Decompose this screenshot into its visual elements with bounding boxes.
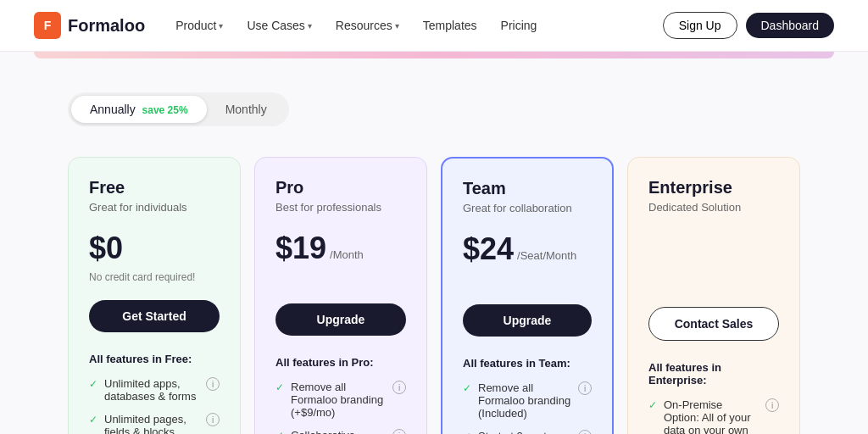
plan-name-team: Team bbox=[463, 179, 592, 198]
plan-card-free: Free Great for individuals $0 No credit … bbox=[68, 157, 241, 434]
plan-tagline-team: Great for collaboration bbox=[463, 202, 592, 214]
feature-item: ✓ Remove all Formaloo branding (+$9/mo) … bbox=[275, 381, 406, 419]
feature-item: ✓ Collaborative workspace (Access manage… bbox=[275, 429, 406, 434]
nav-links: Product ▾ Use Cases ▾ Resources ▾ Templa… bbox=[165, 14, 663, 37]
feature-item: ✓ Unlimited pages, fields & blocks i bbox=[89, 413, 220, 434]
features-title-team: All features in Team: bbox=[463, 357, 592, 370]
check-icon: ✓ bbox=[275, 430, 284, 434]
logo-text: Formaloo bbox=[68, 16, 145, 36]
check-icon: ✓ bbox=[89, 378, 97, 390]
info-icon[interactable]: i bbox=[392, 381, 406, 394]
logo[interactable]: F Formaloo bbox=[34, 12, 145, 39]
features-title-pro: All features in Pro: bbox=[275, 356, 406, 369]
check-icon: ✓ bbox=[275, 381, 284, 393]
chevron-down-icon: ▾ bbox=[395, 21, 399, 31]
contact-sales-button[interactable]: Contact Sales bbox=[648, 307, 779, 341]
save-badge: save 25% bbox=[142, 104, 188, 116]
signup-button[interactable]: Sign Up bbox=[663, 12, 737, 39]
chevron-down-icon: ▾ bbox=[308, 21, 312, 31]
nav-item-product[interactable]: Product ▾ bbox=[165, 14, 233, 37]
plan-price-team: $24 /Seat/Month bbox=[463, 231, 592, 267]
features-title-enterprise: All features in Enterprise: bbox=[648, 361, 779, 387]
plan-name-pro: Pro bbox=[275, 178, 406, 198]
upgrade-pro-button[interactable]: Upgrade bbox=[275, 303, 406, 336]
chevron-down-icon: ▾ bbox=[219, 21, 223, 31]
check-icon: ✓ bbox=[89, 414, 97, 426]
feature-item: ✓ Unlimited apps, databases & forms i bbox=[89, 377, 220, 403]
plan-card-enterprise: Enterprise Dedicated Solution Contact Sa… bbox=[627, 157, 800, 434]
dashboard-button[interactable]: Dashboard bbox=[746, 13, 835, 38]
feature-item: ✓ Start at 2 seats i bbox=[463, 430, 592, 434]
info-icon[interactable]: i bbox=[578, 430, 592, 434]
check-icon: ✓ bbox=[648, 399, 657, 411]
plan-tagline-pro: Best for professionals bbox=[275, 201, 406, 214]
nav-item-usecases[interactable]: Use Cases ▾ bbox=[236, 14, 321, 37]
check-icon: ✓ bbox=[463, 431, 471, 434]
plan-card-pro: Pro Best for professionals $19 /Month Up… bbox=[254, 157, 427, 434]
feature-item: ✓ On-Premise Option: All of your data on… bbox=[648, 398, 779, 434]
decorative-bar bbox=[34, 52, 834, 58]
price-note-pro bbox=[275, 271, 406, 287]
monthly-button[interactable]: Monthly bbox=[207, 96, 286, 123]
info-icon[interactable]: i bbox=[206, 377, 220, 391]
plan-tagline-enterprise: Dedicated Solution bbox=[648, 201, 779, 214]
plan-tagline-free: Great for individuals bbox=[89, 201, 220, 214]
price-spacer-enterprise bbox=[648, 231, 779, 275]
info-icon[interactable]: i bbox=[765, 398, 779, 412]
plan-price-pro: $19 /Month bbox=[275, 231, 406, 266]
nav-item-resources[interactable]: Resources ▾ bbox=[326, 14, 409, 37]
plan-price-free: $0 bbox=[89, 231, 220, 266]
nav-item-templates[interactable]: Templates bbox=[413, 14, 487, 37]
info-icon[interactable]: i bbox=[578, 381, 592, 395]
plan-name-free: Free bbox=[89, 178, 220, 198]
navigation: F Formaloo Product ▾ Use Cases ▾ Resourc… bbox=[34, 0, 834, 51]
nav-actions: Sign Up Dashboard bbox=[663, 12, 834, 39]
annually-button[interactable]: Annually save 25% bbox=[71, 96, 207, 123]
billing-toggle-row: Annually save 25% Monthly bbox=[68, 92, 800, 126]
info-icon[interactable]: i bbox=[206, 413, 220, 426]
features-title-free: All features in Free: bbox=[89, 353, 220, 365]
nav-item-pricing[interactable]: Pricing bbox=[491, 14, 548, 37]
logo-icon: F bbox=[34, 12, 61, 39]
plan-card-team: Team Great for collaboration $24 /Seat/M… bbox=[441, 157, 614, 434]
get-started-button[interactable]: Get Started bbox=[89, 300, 220, 332]
billing-toggle: Annually save 25% Monthly bbox=[68, 92, 289, 126]
feature-item: ✓ Remove all Formaloo branding (Included… bbox=[463, 381, 592, 420]
main-content: Annually save 25% Monthly Free Great for… bbox=[0, 58, 868, 434]
check-icon: ✓ bbox=[463, 382, 471, 394]
plan-name-enterprise: Enterprise bbox=[648, 178, 779, 198]
info-icon[interactable]: i bbox=[392, 429, 406, 434]
upgrade-team-button[interactable]: Upgrade bbox=[463, 304, 592, 337]
price-note-team bbox=[463, 272, 592, 287]
price-note-free: No credit card required! bbox=[89, 271, 220, 283]
pricing-grid: Free Great for individuals $0 No credit … bbox=[68, 157, 800, 434]
